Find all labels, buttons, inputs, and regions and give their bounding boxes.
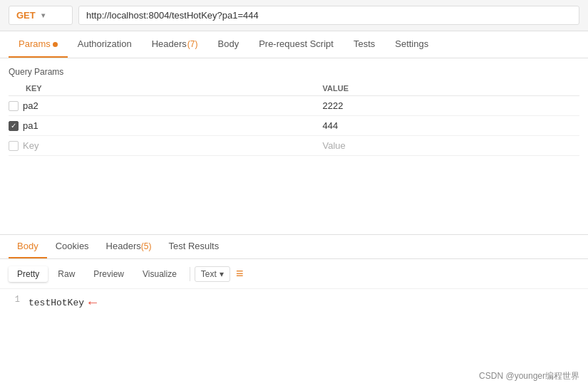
response-tab-cookies[interactable]: Cookies bbox=[47, 235, 98, 258]
table-row: Key Value bbox=[9, 136, 579, 156]
red-arrow-icon: ← bbox=[88, 295, 97, 311]
format-pretty-button[interactable]: Pretty bbox=[9, 266, 48, 282]
text-format-dropdown[interactable]: Text ▾ bbox=[195, 266, 230, 282]
param-key-2: pa1 bbox=[23, 120, 38, 131]
wrap-icon[interactable]: ≡ bbox=[232, 263, 248, 284]
response-tabs: Body Cookies Headers(5) Test Results bbox=[0, 235, 588, 259]
url-input[interactable] bbox=[78, 6, 579, 25]
format-toolbar: Pretty Raw Preview Visualize Text ▾ ≡ bbox=[0, 259, 588, 289]
method-label: GET bbox=[16, 10, 36, 21]
code-line-1: testHotKey ← bbox=[29, 295, 97, 311]
table-row: pa2 2222 bbox=[9, 96, 579, 116]
tab-settings[interactable]: Settings bbox=[385, 31, 438, 58]
response-tab-test-results[interactable]: Test Results bbox=[160, 235, 227, 258]
format-preview-button[interactable]: Preview bbox=[85, 266, 133, 282]
param-value-1: 2222 bbox=[323, 100, 344, 111]
dropdown-chevron-icon: ▾ bbox=[220, 269, 224, 279]
param-checkbox-3[interactable] bbox=[9, 141, 19, 151]
table-row: pa1 444 bbox=[9, 116, 579, 136]
tab-params[interactable]: Params bbox=[9, 31, 68, 58]
toolbar-separator bbox=[190, 267, 190, 281]
response-headers-badge: (5) bbox=[141, 241, 152, 251]
format-visualize-button[interactable]: Visualize bbox=[134, 266, 185, 282]
code-content: testHotKey bbox=[29, 298, 84, 308]
method-select[interactable]: GET ▾ bbox=[9, 6, 73, 25]
params-table: KEY VALUE pa2 2222 bbox=[9, 81, 579, 156]
line-number: 1 bbox=[9, 295, 20, 311]
response-tab-body[interactable]: Body bbox=[9, 235, 47, 258]
param-key-3: Key bbox=[23, 140, 38, 151]
code-output-area: 1 testHotKey ← bbox=[0, 289, 588, 317]
empty-area bbox=[0, 156, 588, 234]
response-tab-headers[interactable]: Headers(5) bbox=[98, 235, 160, 258]
param-checkbox-1[interactable] bbox=[9, 101, 19, 111]
watermark: CSDN @younger编程世界 bbox=[479, 370, 579, 382]
param-value-2: 444 bbox=[323, 120, 339, 131]
request-tabs: Params Authorization Headers(7) Body Pre… bbox=[0, 31, 588, 58]
param-value-3: Value bbox=[323, 140, 346, 151]
response-section: Body Cookies Headers(5) Test Results Pre… bbox=[0, 234, 588, 317]
tab-pre-request-script[interactable]: Pre-request Script bbox=[249, 31, 344, 58]
tab-authorization[interactable]: Authorization bbox=[68, 31, 142, 58]
method-chevron-icon: ▾ bbox=[41, 11, 45, 19]
key-column-header: KEY bbox=[9, 81, 323, 96]
tab-tests[interactable]: Tests bbox=[344, 31, 385, 58]
params-dot bbox=[53, 42, 58, 47]
params-section: Query Params KEY VALUE pa2 2222 bbox=[0, 58, 588, 156]
url-bar: GET ▾ bbox=[0, 0, 588, 31]
value-column-header: VALUE bbox=[323, 81, 579, 96]
param-checkbox-2[interactable] bbox=[9, 121, 19, 131]
tab-body[interactable]: Body bbox=[208, 31, 249, 58]
format-raw-button[interactable]: Raw bbox=[49, 266, 83, 282]
query-params-title: Query Params bbox=[9, 64, 579, 81]
param-key-1: pa2 bbox=[23, 100, 38, 111]
tab-headers[interactable]: Headers(7) bbox=[142, 31, 208, 58]
